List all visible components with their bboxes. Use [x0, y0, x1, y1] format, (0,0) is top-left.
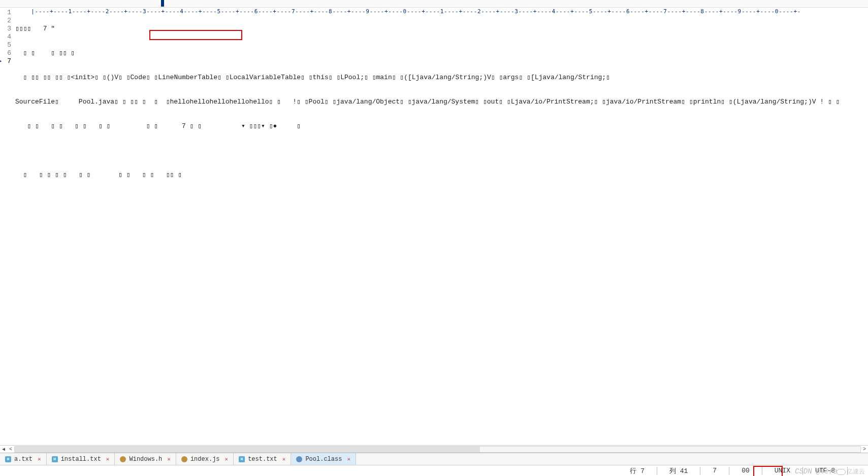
separator: [729, 467, 729, 475]
scroll-begin-icon[interactable]: <: [7, 447, 14, 452]
status-column[interactable]: 列 41: [669, 466, 688, 475]
column-ruler: |----+----1----+----2----+----3----+----…: [0, 0, 868, 8]
file-c-icon: [120, 456, 126, 462]
tab-label: test.txt: [248, 456, 277, 463]
editor-area[interactable]: ▯▯▯▯ 7 " ▯ ▯ ▯ ▯▯ ▯ ▯ ▯▯ ▯▯ ▯▯ ▯<init>▯ …: [15, 8, 868, 445]
line-number[interactable]: 3: [0, 25, 11, 33]
close-icon[interactable]: ✕: [167, 456, 171, 462]
tab-label: Pool.class: [305, 456, 342, 463]
separator: [700, 467, 700, 475]
line-number[interactable]: 5: [0, 41, 11, 49]
code-row[interactable]: ▯ ▯ ▯ ▯ ▯ ▯ ▯ ▯ ▯ ▯ 7 ▯ ▯ ▾ ▯▯▯▾ ▯● ▯: [15, 122, 868, 130]
file-class-icon: [296, 456, 302, 462]
line-number[interactable]: 1: [0, 9, 11, 17]
file-js-icon: [181, 456, 187, 462]
code-row[interactable]: ▯▯▯▯ 7 ": [15, 25, 868, 33]
tab-label: install.txt: [61, 456, 101, 463]
code-row[interactable]: [15, 147, 868, 155]
scroll-thumb[interactable]: [15, 447, 480, 452]
close-icon[interactable]: ✕: [225, 456, 229, 462]
tab-a-txt[interactable]: a.txt ✕: [0, 453, 47, 465]
tab-label: a.txt: [14, 456, 33, 463]
close-icon[interactable]: ✕: [106, 456, 110, 462]
tab-label: index.js: [190, 456, 220, 463]
status-bar: 行 7 列 41 7 00 UNIX UTF-8 CSDN @Tere 亿速云: [0, 465, 868, 476]
tab-index-js[interactable]: index.js ✕: [176, 453, 234, 465]
ruler-cursor-mark: [161, 0, 164, 7]
watermark-text: CSDN @Tere: [795, 467, 838, 475]
close-icon[interactable]: ✕: [282, 456, 286, 462]
tab-install-txt[interactable]: install.txt ✕: [47, 453, 115, 465]
file-h-icon: [5, 456, 11, 462]
document-tabs: a.txt ✕ install.txt ✕ Windows.h ✕ index.…: [0, 453, 868, 465]
status-ins[interactable]: 00: [742, 467, 750, 474]
line-number-current[interactable]: 7: [0, 57, 11, 65]
scroll-right-icon[interactable]: >: [861, 447, 868, 452]
watermark-cloud: 亿速云: [837, 467, 865, 476]
scroll-track[interactable]: [14, 446, 861, 453]
app-root: |----+----1----+----2----+----3----+----…: [0, 0, 868, 476]
status-line[interactable]: 行 7: [630, 466, 645, 475]
code-row[interactable]: ▯ ▯▯ ▯▯ ▯▯ ▯<init>▯ ▯()V▯ ▯Code▯ ▯LineNu…: [15, 74, 868, 82]
scroll-left-icon[interactable]: ◀: [0, 446, 7, 452]
line-number[interactable]: 6: [0, 49, 11, 57]
tab-test-txt[interactable]: test.txt ✕: [234, 453, 291, 465]
close-icon[interactable]: ✕: [347, 456, 350, 462]
cloud-icon: [837, 469, 846, 475]
close-icon[interactable]: ✕: [38, 456, 41, 462]
horizontal-scrollbar[interactable]: ◀ < >: [0, 445, 868, 453]
tab-pool-class[interactable]: Pool.class ✕: [291, 453, 356, 465]
code-row[interactable]: ▯ ▯ ▯ ▯ ▯ ▯ ▯ ▯ ▯ ▯ ▯ ▯▯ ▯: [15, 171, 868, 179]
line-number[interactable]: 2: [0, 17, 11, 25]
code-row[interactable]: ▯ ▯ ▯ ▯▯ ▯: [15, 49, 868, 57]
status-eol[interactable]: UNIX: [775, 467, 790, 474]
file-h-icon: [239, 456, 245, 462]
line-number[interactable]: 4: [0, 33, 11, 41]
line-gutter: 1 2 3 4 5 6 7: [0, 8, 15, 445]
tab-windows-h[interactable]: Windows.h ✕: [115, 453, 176, 465]
editor-wrap: 1 2 3 4 5 6 7 ▯▯▯▯ 7 " ▯ ▯ ▯ ▯▯ ▯ ▯ ▯▯ ▯…: [0, 8, 868, 445]
tab-label: Windows.h: [129, 456, 162, 463]
file-h-icon: [52, 456, 58, 462]
separator: [762, 467, 762, 475]
code-row[interactable]: SourceFile▯ Pool.java▯ ▯ ▯▯ ▯ ▯ ▯hellohe…: [15, 98, 868, 106]
status-sel[interactable]: 7: [713, 467, 717, 474]
separator: [657, 467, 657, 475]
